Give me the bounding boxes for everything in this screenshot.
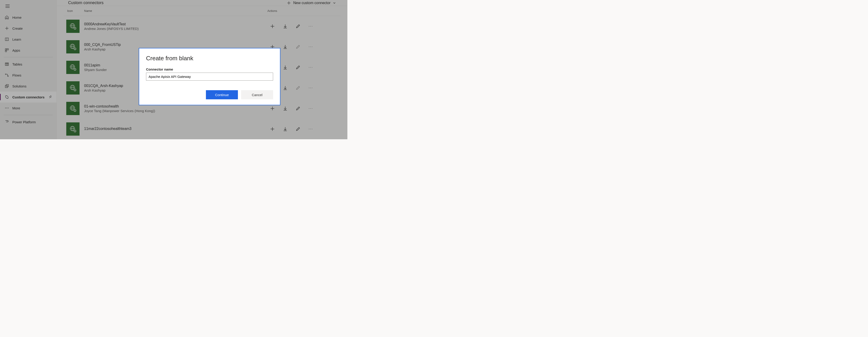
create-from-blank-dialog: Create from blank Connector name Continu… [139,48,280,105]
column-header-icon: Icon [64,9,84,12]
more-action-button[interactable]: ··· [308,126,314,132]
edit-action-button[interactable] [295,44,301,49]
sidebar-item-label: Power Platform [12,120,52,124]
more-action-button[interactable]: ··· [308,85,314,91]
connector-globe-icon [66,81,80,95]
add-action-button[interactable] [270,106,275,111]
cancel-button[interactable]: Cancel [241,90,273,99]
edit-action-button[interactable] [295,106,301,111]
sidebar-item-flows[interactable]: Flows [0,70,57,80]
table-icon [5,62,9,66]
svg-point-58 [75,89,75,90]
connector-name: 000_CQA_FromUSTip [84,43,268,47]
sidebar-item-label: Solutions [12,84,52,88]
sidebar-item-label: Create [12,27,52,30]
svg-point-67 [75,110,75,110]
edit-action-button[interactable] [295,85,301,91]
svg-rect-17 [6,85,8,87]
connector-globe-icon [66,20,80,33]
apps-icon [5,48,9,53]
svg-point-40 [75,48,75,49]
plus-icon [287,1,291,5]
svg-rect-7 [5,48,7,50]
sidebar-item-more[interactable]: More [0,103,57,113]
edit-action-button[interactable] [295,65,301,70]
sidebar-item-label: Tables [12,62,52,66]
continue-button[interactable]: Continue [206,90,238,99]
edit-action-button[interactable] [295,24,301,29]
download-action-button[interactable] [282,85,288,91]
column-header-name: Name [84,9,268,12]
new-custom-connector-label: New custom connector [293,1,331,5]
connector-name: 11mar22contosohealthteam3 [84,127,268,131]
sidebar-item-custom-connectors[interactable]: Custom connectors [0,92,57,103]
more-dots-icon: ··· [309,127,313,131]
more-dots-icon: ··· [309,106,313,110]
connector-name-label: Connector name [146,67,273,71]
download-action-button[interactable] [282,44,288,49]
svg-rect-16 [5,86,7,88]
sidebar-item-learn[interactable]: Learn [0,34,57,45]
svg-point-31 [75,28,75,28]
power-platform-icon [5,120,9,124]
svg-rect-8 [7,48,8,50]
svg-point-24 [8,108,9,108]
sidebar-item-tables[interactable]: Tables [0,59,57,70]
download-action-button[interactable] [282,24,288,29]
more-icon [5,106,9,110]
sidebar: Home Create Learn Apps Tables [0,0,57,139]
solutions-icon [5,84,9,88]
sidebar-item-label: Custom connectors [12,95,45,99]
chevron-down-icon [333,1,336,5]
table-header-row: Icon Name Actions [64,6,341,16]
svg-line-21 [50,98,50,98]
connector-icon [5,95,9,99]
column-header-actions: Actions [268,9,341,12]
new-custom-connector-button[interactable]: New custom connector [287,1,336,5]
dialog-title: Create from blank [146,55,273,62]
plus-icon [5,26,9,31]
download-action-button[interactable] [282,106,288,111]
edit-action-button[interactable] [295,126,301,132]
sidebar-item-apps[interactable]: Apps [0,45,57,56]
svg-point-22 [5,108,6,108]
connector-name: 0000AndrewKeyVaultTest [84,22,268,26]
sidebar-item-label: Flows [12,73,52,77]
more-action-button[interactable]: ··· [308,65,314,70]
connector-globe-icon [66,102,80,115]
book-icon [5,37,9,41]
add-action-button[interactable] [270,126,275,132]
more-dots-icon: ··· [309,65,313,69]
svg-rect-9 [5,50,7,52]
svg-point-76 [75,130,75,131]
svg-rect-10 [5,63,8,66]
svg-point-18 [5,95,9,99]
table-row[interactable]: 11mar22contosohealthteam3 ··· [64,119,341,139]
table-row[interactable]: 0000AndrewKeyVaultTest Andrew Jones (INF… [64,16,341,37]
sidebar-item-home[interactable]: Home [0,12,57,23]
sidebar-item-label: Learn [12,37,52,41]
sidebar-item-label: Home [12,15,52,20]
more-dots-icon: ··· [309,45,313,49]
sidebar-item-power-platform[interactable]: Power Platform [0,116,57,127]
download-action-button[interactable] [282,126,288,132]
flow-icon [5,73,9,77]
hamburger-menu-button[interactable] [0,2,57,12]
sidebar-item-create[interactable]: Create [0,23,57,34]
download-action-button[interactable] [282,65,288,70]
more-action-button[interactable]: ··· [308,24,314,29]
hamburger-icon [5,5,51,8]
page-title: Custom connectors [68,0,103,5]
more-action-button[interactable]: ··· [308,106,314,111]
more-dots-icon: ··· [309,86,313,90]
connector-name-input[interactable] [146,73,273,80]
add-action-button[interactable] [270,24,275,29]
more-dots-icon: ··· [309,24,313,28]
more-action-button[interactable]: ··· [308,44,314,49]
sidebar-item-label: Apps [12,48,52,52]
pin-icon[interactable] [49,95,52,99]
page-header: Custom connectors New custom connector [57,0,347,6]
sidebar-item-solutions[interactable]: Solutions [0,80,57,92]
svg-point-14 [5,74,6,75]
divider [4,115,53,115]
